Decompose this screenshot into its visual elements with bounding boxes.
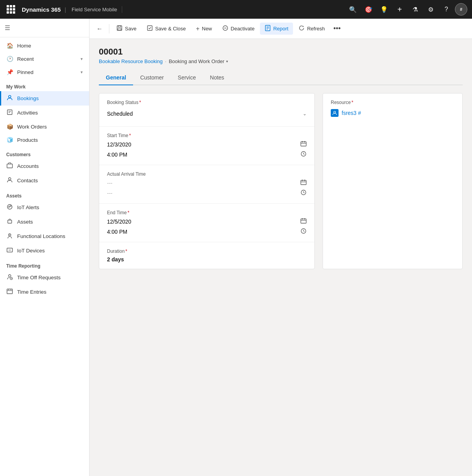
svg-point-0 [9,95,11,98]
clock-icon[interactable] [300,151,307,159]
save-button[interactable]: Save [112,23,141,35]
start-date-value: 12/3/2020 [107,141,131,148]
booking-status-dropdown[interactable]: Scheduled ⌄ [107,108,307,120]
end-time-row: 4:00 PM [107,228,307,236]
filter-icon[interactable]: ⚗ [408,2,422,16]
svg-line-9 [9,206,10,207]
sidebar-item-home[interactable]: 🏠 Home [0,39,89,52]
clock-icon[interactable] [300,228,307,236]
main-form-card: Booking Status Scheduled ⌄ Start Time 12… [99,93,315,269]
calendar-icon[interactable] [300,218,307,226]
end-time-field: End Time 12/5/2020 4:00 PM [99,204,314,242]
settings-icon[interactable]: ⚙ [424,2,438,16]
sidebar-item-accounts[interactable]: Accounts [0,159,89,173]
svg-rect-19 [7,289,12,294]
start-time-row: 4:00 PM [107,151,307,159]
svg-rect-47 [301,219,306,223]
back-button[interactable]: ← [93,23,107,35]
sidebar-item-time-off-requests[interactable]: Time Off Requests [0,270,89,285]
functional-locations-icon [6,233,13,240]
brand: Dynamics 365 | Field Service Mobile [22,6,122,13]
target-icon[interactable]: 🎯 [361,2,375,16]
activities-icon [6,109,13,116]
svg-point-15 [9,275,11,277]
booking-status-label: Booking Status [107,100,307,105]
sidebar-item-functional-locations[interactable]: Functional Locations [0,229,89,243]
lightbulb-icon[interactable]: 💡 [377,2,391,16]
more-options-button[interactable]: ••• [330,22,344,35]
tab-general[interactable]: General [99,71,133,85]
calendar-icon[interactable] [300,179,307,187]
sidebar-item-bookings[interactable]: Bookings [0,91,89,106]
calendar-icon[interactable] [300,141,307,148]
sidebar-item-time-entries[interactable]: Time Entries [0,285,89,299]
sidebar-item-assets[interactable]: Assets [0,215,89,229]
waffle-menu[interactable] [5,3,17,16]
end-date-row: 12/5/2020 [107,218,307,226]
booking-status-value: Scheduled [107,111,133,117]
section-header-assets: Assets [0,188,89,200]
arrival-time-value: --- [107,190,112,196]
sidebar-item-work-orders[interactable]: 📦 Work Orders [0,120,89,133]
new-icon: + [196,25,199,32]
report-button[interactable]: Report [260,23,293,35]
entity-link[interactable]: Bookable Resource Booking [99,58,163,64]
save-icon [116,25,123,32]
tab-service[interactable]: Service [171,71,203,85]
time-entries-icon [6,288,13,296]
svg-line-46 [304,192,305,193]
sidebar-item-products[interactable]: 🧊 Products [0,133,89,146]
add-icon[interactable]: + [393,2,407,16]
chevron-down-icon: ▾ [81,70,83,75]
top-bar: Dynamics 365 | Field Service Mobile 🔍 🎯 … [0,0,472,19]
tab-notes[interactable]: Notes [203,71,232,85]
start-time-label: Start Time [107,133,307,138]
content-area: ← Save Save & Close + New [89,19,472,476]
duration-label: Duration [107,249,307,254]
resource-icon [331,109,339,117]
chevron-down-icon: ▾ [226,59,228,63]
report-icon [265,25,271,32]
work-orders-icon: 📦 [6,123,13,130]
sidebar: ☰ 🏠 Home 🕐 Recent ▾ 📌 Pinned ▾ My Work [0,19,89,476]
subtitle-separator: · [165,58,167,64]
svg-rect-40 [301,180,306,185]
new-button[interactable]: + New [191,23,216,35]
clock-icon[interactable] [300,189,307,197]
section-header-time-reporting: Time Reporting [0,258,89,270]
svg-rect-10 [8,220,12,223]
tabs-bar: General Customer Service Notes [99,71,463,85]
search-icon[interactable]: 🔍 [346,2,360,16]
bookings-icon [6,95,13,102]
save-close-button[interactable]: Save & Close [142,23,191,35]
sidebar-item-activities[interactable]: Activities [0,106,89,120]
resource-link[interactable]: fsres3 # [331,109,454,117]
sidebar-item-iot-alerts[interactable]: IoT Alerts [0,200,89,215]
sidebar-item-recent[interactable]: 🕐 Recent ▾ [0,52,89,65]
view-selector[interactable]: Booking and Work Order ▾ [169,58,228,64]
arrival-time-row: --- [107,189,307,197]
tab-customer[interactable]: Customer [133,71,171,85]
start-time-field: Start Time 12/3/2020 4:00 PM [99,127,314,165]
accounts-icon [6,162,13,170]
sidebar-item-iot-devices[interactable]: IoT Devices [0,243,89,258]
booking-status-field: Booking Status Scheduled ⌄ [99,93,314,127]
svg-point-5 [9,178,11,180]
hamburger-menu[interactable]: ☰ [5,24,10,32]
refresh-button[interactable]: Refresh [294,23,330,35]
deactivate-button[interactable]: Deactivate [218,23,259,35]
chevron-down-icon: ▾ [81,56,83,62]
svg-rect-4 [7,164,12,168]
chevron-down-icon: ⌄ [303,111,307,116]
section-header-customers: Customers [0,146,89,159]
sidebar-item-pinned[interactable]: 📌 Pinned ▾ [0,65,89,79]
svg-point-7 [9,206,10,208]
end-time-label: End Time [107,210,307,215]
end-time-value: 4:00 PM [107,229,127,235]
start-time-value: 4:00 PM [107,152,127,158]
sidebar-item-contacts[interactable]: Contacts [0,173,89,188]
help-icon[interactable]: ? [439,2,453,16]
refresh-icon [298,25,305,32]
user-avatar[interactable]: # [455,3,467,16]
recent-icon: 🕐 [6,56,13,62]
